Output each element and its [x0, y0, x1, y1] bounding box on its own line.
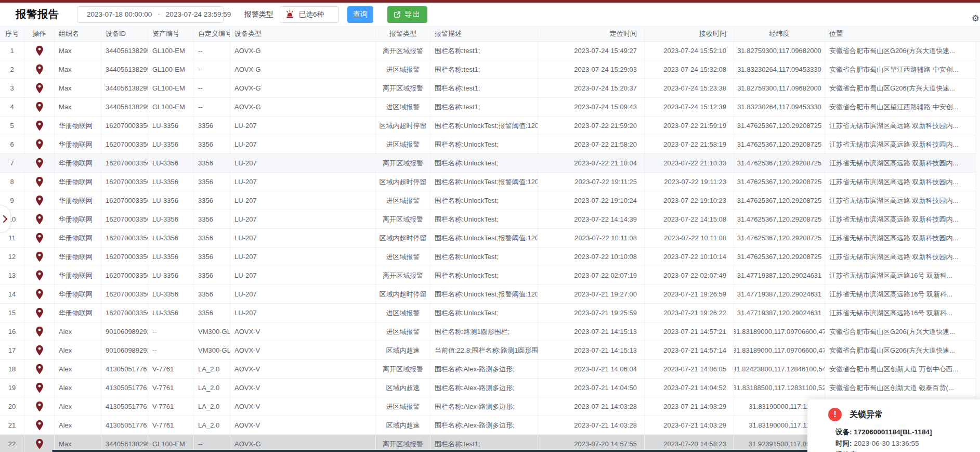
location-pin-icon[interactable] [35, 307, 44, 318]
cell-location: 江苏省无锡市滨湖区高远路16号 双新科... [825, 266, 980, 285]
export-button[interactable]: 导出 [387, 6, 427, 23]
location-pin-icon[interactable] [35, 364, 44, 374]
location-pin-icon[interactable] [35, 64, 44, 75]
cell-alarm_type: 进区域报警 [376, 60, 430, 79]
location-pin-icon[interactable] [35, 195, 44, 206]
cell-alarm_desc: 围栏名称:Alex-路测多边形; [430, 360, 538, 378]
cell-custom_no: 3356 [194, 210, 230, 228]
location-pin-icon[interactable] [35, 438, 44, 449]
location-pin-icon[interactable] [35, 345, 44, 356]
cell-seq: 8 [0, 173, 24, 191]
cell-org: 华册物联网 [55, 191, 101, 210]
location-pin-icon[interactable] [35, 101, 44, 112]
location-pin-icon[interactable] [35, 251, 44, 262]
cell-alarm_type: 区域内超时停留 [376, 229, 430, 247]
cell-latlng: 31.82759300,117.09682000 [734, 42, 825, 60]
table-row[interactable]: 15华册物联网162070003356LU-33563356LU-207进区域报… [0, 304, 980, 322]
cell-alarm_type: 区域内超速 [376, 341, 430, 359]
cell-custom_no: VM300-GL [194, 341, 230, 359]
cell-org: 华册物联网 [55, 229, 101, 247]
alarm-type-selected-value: 已选6种 [299, 10, 324, 19]
cell-seq: 19 [0, 379, 24, 397]
location-pin-icon[interactable] [35, 176, 44, 187]
table-row[interactable]: 18Alex413050517761V-7761LA_2.0AOVX-V离开区域… [0, 360, 980, 379]
cell-locate_time: 2023-07-22 21:59:20 [538, 117, 645, 135]
cell-location: 安徽省合肥市蜀山区G206(方兴大道快速... [825, 322, 980, 341]
cell-device_id: 162070003356 [101, 154, 148, 172]
location-pin-icon[interactable] [35, 401, 44, 412]
location-pin-icon[interactable] [35, 158, 44, 169]
cell-alarm_type: 区域内超时停留 [376, 173, 430, 191]
cell-latlng: 31.83188500,117.12831100,52 [734, 379, 825, 397]
table-row[interactable]: 9华册物联网162070003356LU-33563356LU-207进区域报警… [0, 191, 980, 210]
cell-org: Max [55, 42, 101, 60]
table-row[interactable]: 11华册物联网162070003356LU-33563356LU-207区域内超… [0, 229, 980, 248]
cell-device_id: 162070003356 [101, 229, 148, 247]
location-pin-icon[interactable] [35, 420, 44, 431]
cell-seq: 6 [0, 135, 24, 153]
cell-seq: 15 [0, 304, 24, 322]
col-header-org: 组织名 [55, 27, 101, 41]
cell-alarm_desc: 围栏名称:路测1圆形围栏; [430, 322, 538, 341]
date-range-input[interactable]: 2023-07-18 00:00:00 - 2023-07-24 23:59:5… [77, 6, 224, 23]
cell-asset_no: LU-3356 [148, 304, 194, 322]
cell-custom_no: 3356 [194, 229, 230, 247]
cell-org: Alex [55, 416, 101, 434]
cell-latlng: 31.83189000,117.09706600,47 [734, 322, 825, 341]
table-row[interactable]: 7华册物联网162070003356LU-33563356LU-207离开区域报… [0, 154, 980, 173]
location-pin-icon[interactable] [35, 45, 44, 56]
location-pin-icon[interactable] [35, 270, 44, 281]
location-pin-icon[interactable] [35, 139, 44, 150]
table-row[interactable]: 2Max344056138295GL100-EM--AOVX-G进区域报警围栏名… [0, 60, 980, 79]
location-pin-icon[interactable] [35, 83, 44, 94]
location-pin-icon[interactable] [35, 326, 44, 337]
table-row[interactable]: 6华册物联网162070003356LU-33563356LU-207进区域报警… [0, 135, 980, 154]
cell-location: 安徽省合肥市蜀山区望江西路辅路 中安创... [825, 98, 980, 116]
location-pin-icon[interactable] [35, 289, 44, 300]
table-row[interactable]: 14华册物联网162070003356LU-33563356LU-207区域内超… [0, 285, 980, 304]
table-row[interactable]: 19Alex413050517761V-7761LA_2.0AOVX-V区域内超… [0, 379, 980, 397]
cell-asset_no: V-7761 [148, 360, 194, 378]
table-row[interactable]: 4Max344056138295GL100-EM--AOVX-G进区域报警围栏名… [0, 98, 980, 117]
cell-alarm_desc: 围栏名称:UnlockTest; [430, 135, 538, 153]
cell-seq: 20 [0, 397, 24, 416]
query-button[interactable]: 查询 [347, 6, 373, 23]
table-row[interactable]: 13华册物联网162070003356LU-33563356LU-207离开区域… [0, 266, 980, 285]
table-row[interactable]: 8华册物联网162070003356LU-33563356LU-207区域内超时… [0, 173, 980, 191]
location-pin-icon[interactable] [35, 214, 44, 225]
cell-seq: 21 [0, 416, 24, 434]
cell-device_type: AOVX-G [230, 60, 376, 79]
cell-device_id: 162070003356 [101, 117, 148, 135]
cell-locate_time: 2023-07-22 19:11:25 [538, 173, 645, 191]
table-row[interactable]: 5华册物联网162070003356LU-33563356LU-207区域内超时… [0, 117, 980, 135]
location-pin-icon[interactable] [35, 382, 44, 393]
alarm-type-select[interactable]: 已选6种 [280, 6, 339, 23]
table-row[interactable]: 1Max344056138295GL100-EM--AOVX-G离开区域报警围栏… [0, 42, 980, 60]
table-row[interactable]: 10华册物联网162070003356LU-33563356LU-207离开区域… [0, 210, 980, 229]
vertical-scrollbar[interactable] [975, 42, 980, 452]
table-row[interactable]: 17Alex901060989292--VM300-GLAOVX-V区域内超速当… [0, 341, 980, 360]
cell-locate_time: 2023-07-24 15:09:43 [538, 98, 645, 116]
col-header-device_id: 设备ID [101, 27, 148, 41]
table-row[interactable]: 3Max344056138295GL100-EM--AOVX-G离开区域报警围栏… [0, 79, 980, 98]
location-pin-icon[interactable] [35, 233, 44, 243]
cell-device_type: LU-207 [230, 229, 376, 247]
location-pin-icon[interactable] [35, 120, 44, 131]
cell-org: 华册物联网 [55, 285, 101, 303]
cell-locate_time: 2023-07-21 19:27:00 [538, 285, 645, 303]
cell-device_type: AOVX-V [230, 322, 376, 341]
cell-op [24, 322, 55, 341]
cell-org: Max [55, 79, 101, 97]
cell-alarm_desc: 围栏名称:UnlockTest; [430, 304, 538, 322]
cell-alarm_desc: 围栏名称:Alex-路测多边形; [430, 397, 538, 416]
cell-org: 华册物联网 [55, 154, 101, 172]
cell-asset_no: GL100-EM [148, 42, 194, 60]
cell-device_id: 344056138295 [101, 60, 148, 79]
cell-device_type: LU-207 [230, 266, 376, 285]
cell-seq: 17 [0, 341, 24, 359]
cell-alarm_desc: 围栏名称:UnlockTest;报警阈值:1200; [430, 285, 538, 303]
table-row[interactable]: 12华册物联网162070003356LU-33563356LU-207进区域报… [0, 248, 980, 266]
table-row[interactable]: 16Alex901060989292--VM300-GLAOVX-V进区域报警围… [0, 322, 980, 341]
gear-icon[interactable]: ⚙ [972, 14, 979, 23]
cell-asset_no: GL100-EM [148, 79, 194, 97]
